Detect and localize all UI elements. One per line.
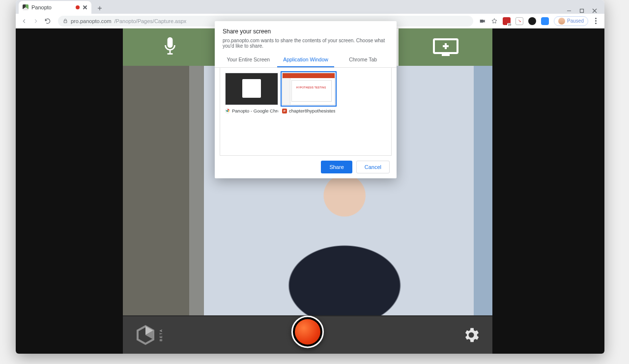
profile-avatar-icon <box>558 18 565 25</box>
extension-icon-1[interactable]: 10 <box>503 17 511 25</box>
tab-chrome-tab[interactable]: Chrome Tab <box>334 53 392 67</box>
browser-menu-button[interactable] <box>593 18 599 24</box>
svg-rect-4 <box>167 37 172 48</box>
window-label: Panopto - Google Chro... <box>232 108 278 113</box>
gear-icon <box>462 326 481 344</box>
svg-rect-1 <box>580 9 584 13</box>
window-option-chrome[interactable]: Panopto - Google Chro... <box>225 73 278 113</box>
panopto-logo: BETA <box>135 324 163 346</box>
star-icon[interactable] <box>491 18 498 25</box>
lock-icon <box>63 19 68 24</box>
profile-paused-chip[interactable]: Paused <box>554 16 588 26</box>
extension-icon-2[interactable]: ↘ <box>515 17 523 25</box>
screen-share-icon <box>431 36 460 58</box>
settings-button[interactable] <box>462 326 481 344</box>
camera-indicator-icon[interactable] <box>479 18 486 25</box>
dialog-tabs: Your Entire Screen Application Window Ch… <box>215 53 397 68</box>
url-host: pro.panopto.com <box>71 18 112 24</box>
bottom-bar: BETA <box>123 315 492 354</box>
dialog-footer: Share Cancel <box>215 156 397 178</box>
window-controls <box>559 8 604 14</box>
dialog-subtitle: pro.panopto.com wants to share the conte… <box>223 38 389 49</box>
panopto-favicon <box>23 4 29 10</box>
reload-button[interactable] <box>43 17 52 26</box>
recording-indicator-icon <box>76 5 80 9</box>
window-label: chapter8hypothesistes... <box>289 108 335 113</box>
record-button[interactable] <box>291 315 324 348</box>
screen-toggle[interactable] <box>399 28 492 66</box>
browser-window: Panopto + <box>16 0 604 354</box>
close-tab-icon[interactable] <box>83 5 87 10</box>
dialog-body: Panopto - Google Chro... HYPOTHESIS TEST… <box>220 68 392 156</box>
beta-label: BETA <box>159 329 163 341</box>
maximize-button[interactable] <box>579 8 585 14</box>
window-thumbnail: HYPOTHESIS TESTING <box>282 73 335 105</box>
record-icon <box>295 319 320 344</box>
powerpoint-icon: P <box>282 109 287 113</box>
forward-button[interactable] <box>31 17 40 26</box>
browser-tab[interactable]: Panopto <box>19 1 91 14</box>
new-tab-button[interactable]: + <box>94 3 105 14</box>
minimize-button[interactable] <box>566 8 572 14</box>
tab-strip: Panopto + <box>16 0 604 14</box>
audio-toggle[interactable] <box>123 28 217 66</box>
extension-icon-4[interactable] <box>541 17 549 25</box>
toolbar-right: 10 ↘ Paused <box>479 16 600 26</box>
share-screen-dialog: Share your screen pro.panopto.com wants … <box>215 21 397 178</box>
back-button[interactable] <box>20 17 29 26</box>
extension-icon-3[interactable] <box>528 17 536 25</box>
microphone-icon <box>162 36 178 58</box>
dialog-title: Share your screen <box>223 28 389 35</box>
panopto-logo-icon <box>135 324 156 346</box>
tab-application-window[interactable]: Application Window <box>277 53 335 67</box>
tab-title: Panopto <box>31 4 52 10</box>
window-thumbnail <box>225 73 278 105</box>
svg-rect-6 <box>442 54 450 56</box>
share-button[interactable]: Share <box>321 161 352 173</box>
window-option-powerpoint[interactable]: HYPOTHESIS TESTING P chapter8hypothesist… <box>282 73 335 113</box>
close-window-button[interactable] <box>592 8 598 14</box>
chrome-icon <box>225 109 230 113</box>
cancel-button[interactable]: Cancel <box>356 161 390 173</box>
tab-entire-screen[interactable]: Your Entire Screen <box>220 53 277 67</box>
url-path: /Panopto/Pages/Capture.aspx <box>114 18 187 24</box>
paused-label: Paused <box>567 18 584 24</box>
